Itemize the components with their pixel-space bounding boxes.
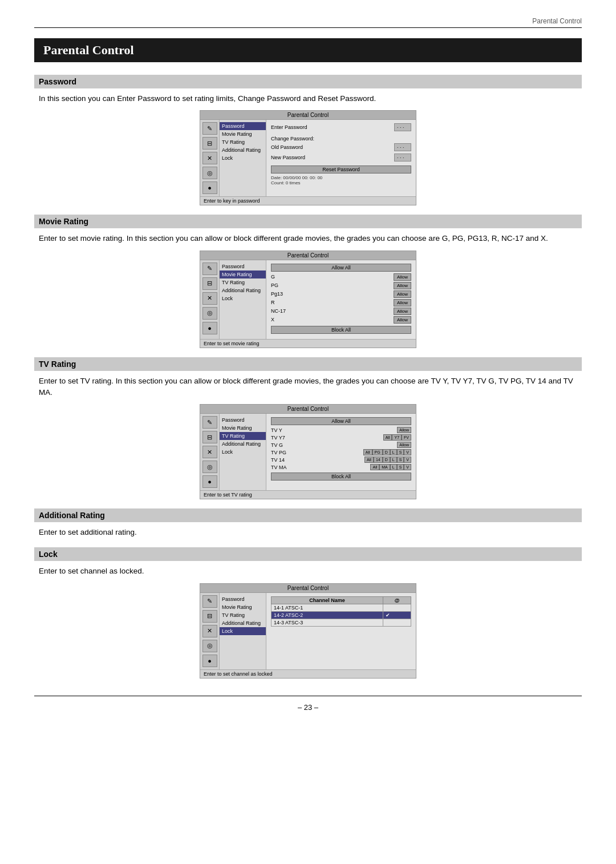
tv-14-l-btn[interactable]: L <box>390 457 397 463</box>
rating-pg-btn[interactable]: Allow <box>394 282 411 289</box>
tv-14-d-btn[interactable]: D <box>383 457 390 463</box>
tv-ma-all-btn[interactable]: All <box>370 464 379 470</box>
menu-additional-rating[interactable]: Additional Rating <box>220 146 266 154</box>
rating-nc17-btn[interactable]: Allow <box>394 308 411 315</box>
rating-pg-label: PG <box>271 282 394 288</box>
menu-password-4[interactable]: Password <box>220 595 266 603</box>
menu-tv-rating-3[interactable]: TV Rating <box>220 432 266 440</box>
menu-movie-rating-2[interactable]: Movie Rating <box>220 270 266 278</box>
menu-additional-rating-4[interactable]: Additional Rating <box>220 619 266 627</box>
rating-pg13-btn[interactable]: Allow <box>394 290 411 298</box>
tv-ma-label: TV MA <box>271 465 370 470</box>
rating-r-btn[interactable]: Allow <box>394 299 411 306</box>
channel-row-1[interactable]: 14-1 ATSC-1 <box>271 604 411 611</box>
menu-movie-rating[interactable]: Movie Rating <box>220 130 266 138</box>
allow-all-button[interactable]: Allow All <box>271 264 411 272</box>
tv-14-v-btn[interactable]: V <box>404 457 411 463</box>
tv-ma-v-btn[interactable]: V <box>404 464 411 470</box>
menu-movie-rating-4[interactable]: Movie Rating <box>220 603 266 611</box>
menu-lock-4[interactable]: Lock <box>220 627 266 635</box>
menu-additional-rating-2[interactable]: Additional Rating <box>220 286 266 294</box>
channel-row-3[interactable]: 14-3 ATSC-3 <box>271 619 411 626</box>
page-title: Parental Control <box>34 38 582 62</box>
channel-1-name: 14-1 ATSC-1 <box>271 604 383 611</box>
old-password-label: Old Password <box>271 144 303 150</box>
menu-tv-rating-2[interactable]: TV Rating <box>220 278 266 286</box>
tv-allow-all-button[interactable]: Allow All <box>271 417 411 425</box>
old-password-row: Old Password · · · <box>271 143 411 151</box>
user-icon-4: ● <box>202 655 217 667</box>
reset-password-button[interactable]: Reset Password <box>271 165 411 173</box>
rating-nc17-label: NC-17 <box>271 308 394 314</box>
movie-rating-ui-inner: ✎ ⊟ ✕ ◎ ● Password Movie Rating TV Ratin… <box>200 260 416 339</box>
tv-ma-s-btn[interactable]: S <box>397 464 404 470</box>
edit-icon: ✎ <box>202 122 217 135</box>
tools-icon-4: ✕ <box>202 625 217 637</box>
tv-y7-row: TV Y7 All Y7 FV <box>271 434 411 441</box>
channel-row-2[interactable]: 14-2 ATSC-2 ✔ <box>271 611 411 619</box>
additional-rating-header: Additional Rating <box>34 508 582 522</box>
enter-password-field[interactable]: · · · <box>394 123 411 131</box>
tv-y7-y7-btn[interactable]: Y7 <box>392 434 402 441</box>
tv-sidebar: ✎ ⊟ ✕ ◎ ● <box>200 414 220 490</box>
password-ui-title: Parental Control <box>200 111 416 120</box>
tv-y-allow-btn[interactable]: Allow <box>397 427 411 433</box>
tv-14-14-btn[interactable]: 14 <box>374 457 383 463</box>
lock-sidebar: ✎ ⊟ ✕ ◎ ● <box>200 593 220 669</box>
tv-pg-pg-btn[interactable]: PG <box>372 449 383 455</box>
rating-row-r: R Allow <box>271 299 411 306</box>
edit-icon-2: ✎ <box>202 263 217 275</box>
menu-tv-rating[interactable]: TV Rating <box>220 138 266 146</box>
lock-ui-title: Parental Control <box>200 584 416 593</box>
menu-lock-3[interactable]: Lock <box>220 448 266 456</box>
tv-ma-l-btn[interactable]: L <box>390 464 397 470</box>
tv-pg-l-btn[interactable]: L <box>390 449 397 455</box>
lock-bottom-label: Enter to set channel as locked <box>200 669 416 678</box>
rating-g-btn[interactable]: Allow <box>394 273 411 281</box>
movie-rating-ui-title: Parental Control <box>200 251 416 260</box>
new-password-field[interactable]: · · · <box>394 154 411 162</box>
menu-additional-rating-3[interactable]: Additional Rating <box>220 440 266 448</box>
tv-g-allow-btn[interactable]: Allow <box>397 442 411 448</box>
rating-row-pg: PG Allow <box>271 282 411 289</box>
rating-row-nc17: NC-17 Allow <box>271 308 411 315</box>
user-icon-2: ● <box>202 322 217 334</box>
edit-icon-4: ✎ <box>202 595 217 608</box>
menu-tv-rating-4[interactable]: TV Rating <box>220 611 266 619</box>
menu-lock-2[interactable]: Lock <box>220 294 266 302</box>
lock-menu: Password Movie Rating TV Rating Addition… <box>220 593 266 669</box>
tv-pg-v-btn[interactable]: V <box>404 449 411 455</box>
tv-block-all-button[interactable]: Block All <box>271 473 411 481</box>
menu-password-2[interactable]: Password <box>220 263 266 270</box>
old-password-field[interactable]: · · · <box>394 143 411 151</box>
tv-pg-s-btn[interactable]: S <box>397 449 404 455</box>
tv-rating-text: Enter to set TV rating. In this section … <box>34 376 582 399</box>
additional-rating-section: Additional Rating Enter to set additiona… <box>34 508 582 538</box>
tv-14-all-btn[interactable]: All <box>364 457 374 463</box>
tv-rating-header: TV Rating <box>34 357 582 371</box>
menu-password[interactable]: Password <box>220 122 266 130</box>
tv-y-label: TV Y <box>271 427 397 433</box>
menu-lock[interactable]: Lock <box>220 154 266 162</box>
display-icon-4: ⊟ <box>202 610 217 623</box>
rating-x-btn[interactable]: Allow <box>394 316 411 324</box>
tv-y7-fv-btn[interactable]: FV <box>402 434 411 441</box>
menu-movie-rating-3[interactable]: Movie Rating <box>220 424 266 432</box>
lock-header: Lock <box>34 547 582 561</box>
date-label: Date: 00/00/00 00: 00: 00 <box>271 175 411 180</box>
tv-y7-label: TV Y7 <box>271 435 383 441</box>
tv-pg-all-btn[interactable]: All <box>363 449 372 455</box>
enter-password-label: Enter Password <box>271 124 307 130</box>
tv-rating-ui-box: Parental Control ✎ ⊟ ✕ ◎ ● Password Movi… <box>200 404 416 499</box>
movie-rating-text: Enter to set movie rating. In this secti… <box>34 233 582 244</box>
movie-rating-section: Movie Rating Enter to set movie rating. … <box>34 215 582 348</box>
menu-password-3[interactable]: Password <box>220 416 266 424</box>
lock-ui-box: Parental Control ✎ ⊟ ✕ ◎ ● Password Movi… <box>200 583 416 679</box>
tv-ma-ma-btn[interactable]: MA <box>379 464 390 470</box>
tv-pg-d-btn[interactable]: D <box>383 449 390 455</box>
password-header: Password <box>34 75 582 88</box>
block-all-button[interactable]: Block All <box>271 326 411 334</box>
tv-14-s-btn[interactable]: S <box>397 457 404 463</box>
movie-rating-bottom-label: Enter to set movie rating <box>200 339 416 348</box>
tv-y7-all-btn[interactable]: All <box>383 434 392 441</box>
